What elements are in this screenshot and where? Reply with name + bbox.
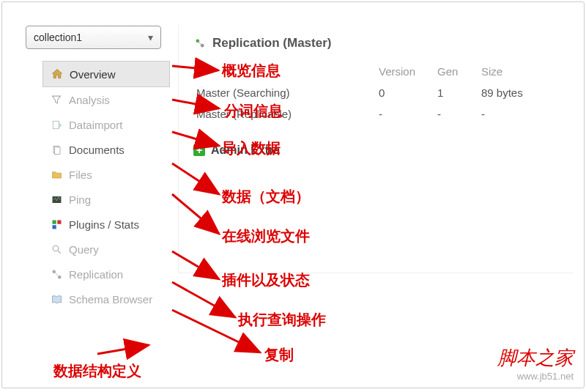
chevron-down-icon: ▾: [148, 32, 153, 43]
nav-documents[interactable]: Documents: [42, 137, 170, 162]
replication-icon: [50, 267, 63, 281]
svg-rect-6: [52, 225, 56, 229]
svg-line-14: [199, 42, 201, 44]
nav-plugins[interactable]: Plugins / Stats: [42, 212, 170, 237]
admin-extra-title: Admin Extra: [211, 144, 280, 157]
cell-size: 89 bytes: [478, 82, 559, 103]
cell-version: 0: [376, 82, 434, 103]
cell-name: Master (Replicable): [193, 103, 376, 125]
svg-point-7: [53, 245, 59, 251]
svg-line-23: [97, 345, 149, 354]
nav-label: Files: [69, 169, 92, 181]
nav-overview[interactable]: Overview: [42, 61, 170, 87]
table-row: Master (Searching) 0 1 89 bytes: [193, 82, 559, 103]
nav-label: Replication: [69, 268, 123, 281]
collection-dropdown[interactable]: collection1 ▾: [26, 26, 161, 49]
watermark-title: 脚本之家: [497, 345, 574, 371]
anno-replication: 复制: [264, 345, 294, 365]
cell-size: -: [478, 103, 559, 125]
import-icon: [50, 118, 63, 131]
folder-icon: [50, 168, 63, 181]
ping-icon: [50, 193, 63, 206]
cell-gen: 1: [434, 82, 478, 103]
watermark-url: www.jb51.net: [497, 371, 574, 382]
sidebar: Overview Analysis Dataimport Documents F…: [42, 61, 170, 311]
table-row: Master (Replicable) - - -: [193, 103, 559, 125]
nav-label: Dataimport: [69, 119, 122, 131]
nav-schema[interactable]: Schema Browser: [42, 286, 170, 311]
watermark: 脚本之家 www.jb51.net: [497, 345, 574, 382]
th-size: Size: [478, 61, 559, 82]
replication-title: Replication (Master): [212, 36, 331, 51]
nav-label: Schema Browser: [69, 293, 152, 306]
nav-label: Analysis: [69, 94, 110, 106]
cell-gen: -: [434, 103, 478, 125]
nav-replication[interactable]: Replication: [42, 262, 170, 286]
nav-dataimport[interactable]: Dataimport: [42, 112, 170, 137]
replication-section-icon: [193, 37, 207, 50]
svg-line-11: [55, 273, 59, 276]
cell-version: -: [376, 103, 434, 125]
svg-rect-2: [54, 147, 60, 154]
svg-rect-0: [53, 121, 59, 129]
nav-label: Query: [69, 243, 99, 256]
table-header: Version Gen Size: [193, 61, 559, 82]
dropdown-label: collection1: [34, 32, 82, 43]
svg-rect-4: [52, 220, 56, 223]
anno-schema: 数据结构定义: [53, 361, 141, 381]
nav-label: Overview: [70, 68, 116, 81]
th-version: Version: [376, 61, 434, 82]
anno-plugins: 插件以及状态: [222, 270, 310, 290]
nav-label: Ping: [69, 193, 91, 206]
home-icon: [51, 67, 64, 81]
th-gen: Gen: [434, 61, 478, 82]
funnel-icon: [50, 93, 63, 106]
replication-table: Version Gen Size Master (Searching) 0 1 …: [193, 61, 559, 125]
nav-files[interactable]: Files: [42, 162, 170, 187]
plugins-icon: [50, 218, 63, 231]
main-panel: Replication (Master) Version Gen Size Ma…: [178, 24, 574, 273]
nav-label: Documents: [69, 144, 125, 156]
svg-line-21: [172, 282, 235, 317]
nav-query[interactable]: Query: [42, 237, 170, 262]
cell-name: Master (Searching): [193, 82, 376, 103]
svg-line-22: [172, 310, 260, 352]
nav-analysis[interactable]: Analysis: [42, 87, 170, 112]
anno-query: 执行查询操作: [238, 310, 326, 330]
nav-label: Plugins / Stats: [69, 218, 139, 231]
book-icon: [50, 292, 63, 306]
plus-icon: +: [193, 144, 205, 156]
svg-line-8: [58, 251, 61, 254]
search-icon: [50, 243, 63, 256]
nav-ping[interactable]: Ping: [42, 187, 170, 212]
docs-icon: [50, 143, 63, 156]
svg-rect-5: [57, 220, 61, 223]
